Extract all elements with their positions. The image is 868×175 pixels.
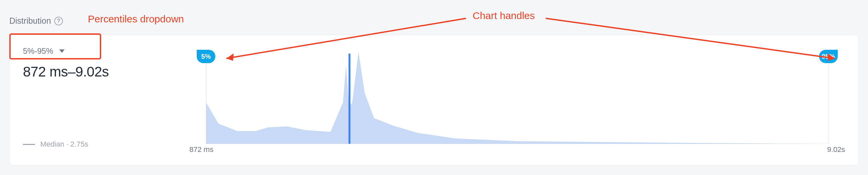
chart-handle-right-label: 95%: [822, 53, 835, 60]
chart-handle-left-label: 5%: [202, 53, 211, 60]
median-value: 2.75s: [70, 140, 89, 149]
median-legend: Median · 2.75s: [23, 140, 88, 149]
section-title: Distribution: [9, 16, 51, 26]
x-axis-min: 872 ms: [189, 145, 213, 154]
annotation-percentiles-dropdown: Percentiles dropdown: [88, 14, 184, 25]
distribution-plot: [206, 52, 828, 144]
range-display: 872 ms–9.02s: [23, 64, 163, 80]
percentiles-dropdown-label: 5%-95%: [23, 46, 53, 56]
annotation-chart-handles: Chart handles: [473, 10, 535, 21]
percentiles-dropdown[interactable]: 5%-95%: [23, 46, 65, 56]
median-swatch: [23, 144, 35, 145]
x-axis-max: 9.02s: [827, 145, 845, 154]
chevron-down-icon: [59, 49, 65, 53]
help-icon[interactable]: ?: [54, 17, 63, 25]
median-label: Median: [40, 140, 64, 149]
chart-handle-right[interactable]: 95%: [819, 50, 838, 63]
chart-handle-left[interactable]: 5%: [197, 50, 215, 63]
distribution-card: 5%-95% 872 ms–9.02s Median · 2.75s 5% 95…: [9, 35, 859, 166]
chart-area: 5% 95% 872 ms 9.02s: [189, 42, 845, 159]
